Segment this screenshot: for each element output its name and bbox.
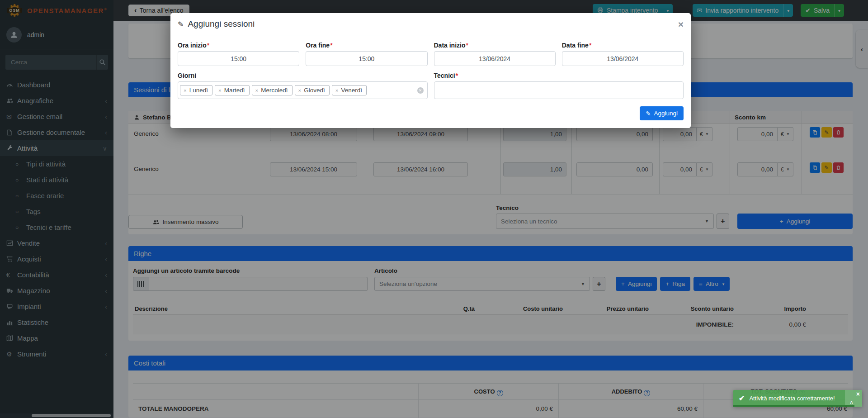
remove-tag-icon[interactable]: × xyxy=(218,88,222,93)
modal-submit-button[interactable]: ✎ Aggiungi xyxy=(640,106,684,120)
day-tag[interactable]: ×Mercoledì xyxy=(252,85,292,95)
required-mark: * xyxy=(589,42,591,49)
data-fine-field: Data fine* xyxy=(562,42,684,66)
ora-inizio-input[interactable] xyxy=(178,51,299,66)
modal-close-button[interactable]: × xyxy=(678,19,684,29)
chevron-up-icon[interactable]: ∧ xyxy=(849,399,854,405)
remove-tag-icon[interactable]: × xyxy=(298,88,302,93)
required-mark: * xyxy=(456,72,458,79)
clear-all-tags-icon[interactable]: ✕ xyxy=(417,87,424,94)
success-toast[interactable]: ✔ Attività modificata correttamente! ∧ × xyxy=(733,390,862,407)
giorni-label: Giorni xyxy=(178,72,428,79)
modal-title: ✎ Aggiungi sessioni xyxy=(178,19,255,29)
required-mark: * xyxy=(330,42,332,49)
day-tag[interactable]: ×Venerdì xyxy=(332,85,367,95)
add-sessions-modal: ✎ Aggiungi sessioni × Ora inizio* Ora fi… xyxy=(170,13,691,128)
data-fine-input[interactable] xyxy=(562,51,684,66)
data-inizio-label: Data inizio* xyxy=(434,42,556,49)
required-mark: * xyxy=(207,42,209,49)
tecnici-label: Tecnici* xyxy=(434,72,684,79)
pencil-icon: ✎ xyxy=(178,20,184,28)
day-tag[interactable]: ×Giovedì xyxy=(295,85,330,95)
required-mark: * xyxy=(466,42,468,49)
check-icon: ✔ xyxy=(739,394,745,403)
ora-fine-field: Ora fine* xyxy=(306,42,427,66)
giorni-multiselect[interactable]: ×Lunedì ×Martedì ×Mercoledì ×Giovedì ×Ve… xyxy=(178,81,428,99)
modal-header: ✎ Aggiungi sessioni × xyxy=(170,13,691,35)
ora-inizio-field: Ora inizio* xyxy=(178,42,299,66)
ora-inizio-label: Ora inizio* xyxy=(178,42,299,49)
data-fine-label: Data fine* xyxy=(562,42,684,49)
remove-tag-icon[interactable]: × xyxy=(184,88,187,93)
ora-fine-input[interactable] xyxy=(306,51,427,66)
remove-tag-icon[interactable]: × xyxy=(335,88,339,93)
giorni-field: Giorni ×Lunedì ×Martedì ×Mercoledì ×Giov… xyxy=(178,72,428,99)
edit-icon: ✎ xyxy=(646,110,651,117)
ora-fine-label: Ora fine* xyxy=(306,42,427,49)
remove-tag-icon[interactable]: × xyxy=(255,88,259,93)
toast-side-panel: ∧ × xyxy=(845,390,862,407)
tecnici-field: Tecnici* xyxy=(434,72,684,99)
tecnici-input[interactable] xyxy=(434,81,684,99)
day-tag[interactable]: ×Martedì xyxy=(215,85,250,95)
data-inizio-input[interactable] xyxy=(434,51,556,66)
day-tag[interactable]: ×Lunedì xyxy=(180,85,212,95)
toast-message: Attività modificata correttamente! xyxy=(749,395,835,402)
toast-close-icon[interactable]: × xyxy=(856,390,860,398)
data-inizio-field: Data inizio* xyxy=(434,42,556,66)
modal-body: Ora inizio* Ora fine* Data inizio* Data … xyxy=(170,35,691,128)
modal-footer: ✎ Aggiungi xyxy=(178,106,684,120)
toast-progress-bar xyxy=(733,405,854,407)
